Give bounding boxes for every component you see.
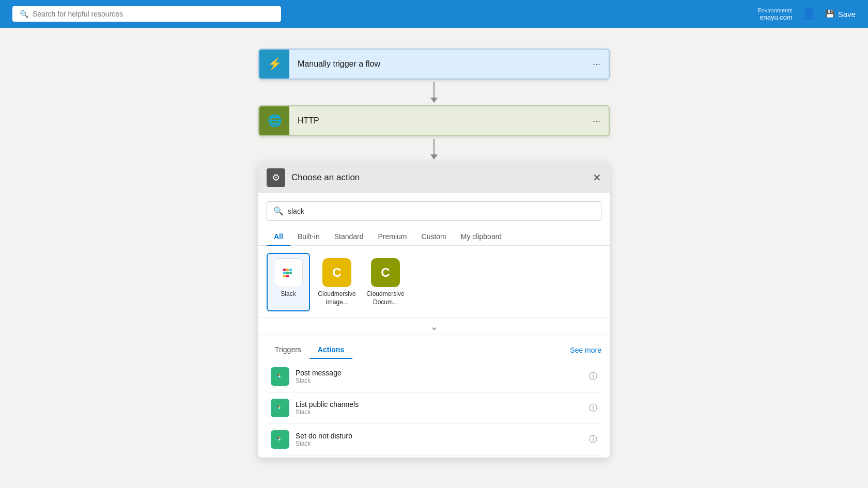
save-label: Save (838, 10, 856, 19)
panel-icon: ⚙ (267, 168, 285, 187)
action-sub-list-channels: Slack (296, 408, 583, 416)
topbar: Environments enayu.com 👤 💾 Save (0, 0, 868, 28)
svg-rect-13 (279, 407, 281, 409)
tab-myclipboard[interactable]: My clipboard (454, 228, 509, 246)
svg-rect-10 (277, 374, 278, 376)
svg-rect-5 (289, 272, 292, 274)
svg-rect-14 (277, 406, 278, 407)
connectors-area: Slack C Cloudmersive Image... C Cloudmer… (258, 246, 610, 318)
cloudmersive-doc-icon: C (371, 258, 400, 287)
trigger-node-icon: ⚡ (259, 50, 289, 78)
action-sub-post-message: Slack (296, 377, 583, 384)
trigger-node-title: Manually trigger a flow (289, 59, 584, 69)
connector-slack[interactable]: Slack (267, 253, 310, 311)
svg-rect-3 (286, 269, 289, 271)
flow-container: ⚡ Manually trigger a flow ··· 🌐 HTTP ···… (253, 49, 615, 458)
trigger-node-menu[interactable]: ··· (584, 59, 609, 70)
person-icon: 👤 (802, 7, 816, 21)
tab-premium[interactable]: Premium (371, 228, 414, 246)
info-icon-set-dnd[interactable] (589, 434, 597, 445)
close-button[interactable]: ✕ (593, 172, 601, 183)
filter-tabs: All Built-in Standard Premium Custom My … (258, 221, 610, 246)
tab-builtin[interactable]: Built-in (290, 228, 327, 246)
save-icon: 💾 (825, 9, 835, 19)
svg-rect-4 (289, 269, 292, 271)
scroll-indicator: ⌄ (258, 318, 610, 335)
action-item-set-dnd[interactable]: Set do not disturb Slack (267, 424, 601, 455)
env-label: Environments (758, 7, 793, 13)
panel-title: Choose an action (291, 172, 360, 183)
http-node-menu[interactable]: ··· (584, 116, 609, 127)
arrow-2 (430, 136, 438, 162)
panel-search: 🔍 (258, 193, 610, 221)
action-name-set-dnd: Set do not disturb (296, 432, 583, 440)
svg-rect-6 (283, 275, 286, 277)
tab-triggers[interactable]: Triggers (267, 341, 309, 359)
search-box[interactable]: 🔍 (267, 201, 601, 221)
action-info-list-channels: List public channels Slack (296, 400, 583, 416)
panel-header: ⚙ Choose an action ✕ (258, 162, 610, 193)
svg-rect-1 (286, 272, 289, 274)
action-item-list-channels[interactable]: List public channels Slack (267, 392, 601, 424)
save-button[interactable]: 💾 Save (825, 9, 856, 19)
tab-custom[interactable]: Custom (414, 228, 454, 246)
http-node[interactable]: 🌐 HTTP ··· (258, 105, 610, 136)
tab-standard[interactable]: Standard (327, 228, 371, 246)
connector-cloudmersive-doc[interactable]: C Cloudmersive Docum... (364, 253, 407, 311)
topbar-right: Environments enayu.com 👤 💾 Save (758, 7, 856, 21)
cloudmersive-image-label: Cloudmersive Image... (318, 290, 355, 306)
slack-label: Slack (281, 290, 296, 298)
flow-canvas: ⚡ Manually trigger a flow ··· 🌐 HTTP ···… (0, 28, 868, 488)
action-sub-set-dnd: Slack (296, 440, 583, 447)
svg-rect-11 (279, 374, 281, 376)
environment-info: Environments enayu.com (758, 7, 793, 21)
choose-action-panel: ⚙ Choose an action ✕ 🔍 All Built-in Stan… (258, 162, 610, 458)
svg-rect-7 (286, 275, 289, 277)
http-node-title: HTTP (289, 116, 584, 125)
svg-rect-12 (277, 407, 278, 409)
info-icon-post-message[interactable] (589, 371, 597, 382)
trigger-node[interactable]: ⚡ Manually trigger a flow ··· (258, 49, 610, 80)
see-more-link[interactable]: See more (570, 346, 601, 354)
http-node-icon: 🌐 (259, 106, 289, 135)
env-domain: enayu.com (758, 13, 793, 21)
search-input[interactable] (33, 10, 274, 18)
search-icon (20, 9, 28, 19)
svg-rect-8 (277, 376, 278, 377)
panel-header-left: ⚙ Choose an action (267, 168, 360, 187)
arrow-line-1 (433, 82, 435, 98)
result-tabs: Triggers Actions (267, 341, 352, 359)
action-name-post-message: Post message (296, 369, 583, 377)
cloudmersive-doc-label: Cloudmersive Docum... (366, 290, 404, 306)
action-name-list-channels: List public channels (296, 400, 583, 408)
cloudmersive-image-icon: C (322, 258, 351, 287)
action-icon-set-dnd (271, 430, 289, 449)
action-info-set-dnd: Set do not disturb Slack (296, 432, 583, 447)
panel-search-input[interactable] (288, 207, 595, 215)
tab-actions[interactable]: Actions (309, 341, 352, 359)
results-header: Triggers Actions See more (258, 335, 610, 359)
arrow-line-2 (433, 139, 435, 154)
action-item-post-message[interactable]: Post message Slack (267, 361, 601, 392)
action-icon-post-message (271, 367, 289, 386)
arrow-1 (430, 80, 438, 105)
search-bar[interactable] (12, 6, 281, 22)
tab-all[interactable]: All (267, 228, 290, 246)
svg-rect-17 (279, 439, 281, 440)
chevron-down-icon: ⌄ (430, 320, 439, 333)
connector-cloudmersive-image[interactable]: C Cloudmersive Image... (315, 253, 359, 311)
svg-rect-19 (279, 437, 281, 439)
action-icon-list-channels (271, 399, 289, 417)
arrow-head-2 (430, 154, 438, 160)
action-list: Post message Slack List public channels … (258, 359, 610, 458)
svg-rect-15 (279, 406, 281, 407)
info-icon-list-channels[interactable] (589, 403, 597, 414)
svg-rect-16 (277, 439, 278, 440)
svg-rect-9 (279, 376, 281, 377)
slack-icon (274, 258, 303, 287)
svg-rect-0 (283, 272, 286, 274)
svg-rect-2 (283, 269, 286, 271)
svg-rect-18 (277, 437, 278, 439)
panel-search-icon: 🔍 (273, 206, 284, 216)
action-info-post-message: Post message Slack (296, 369, 583, 384)
